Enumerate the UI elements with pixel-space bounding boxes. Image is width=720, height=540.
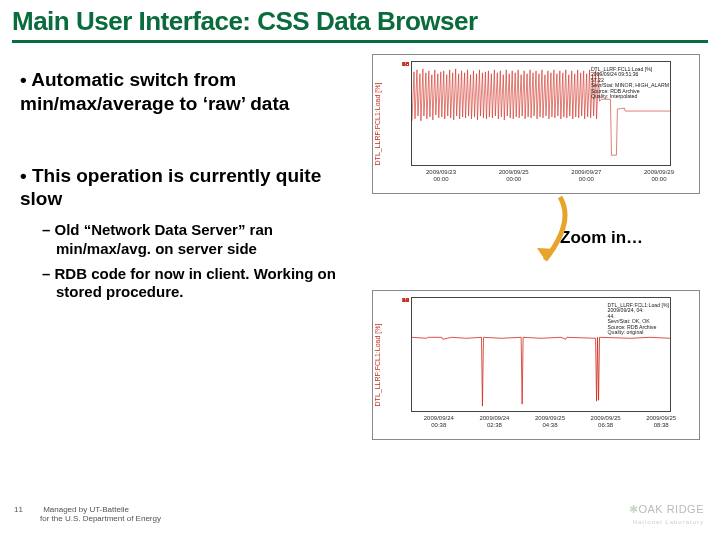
chart-wide-range: DTL_LLRF:FCL1:Load [%] 98 88 78 68 58 48… [372, 54, 700, 194]
chart1-ylabel: DTL_LLRF:FCL1:Load [%] [374, 83, 381, 166]
page-number: 11 [14, 505, 23, 514]
footer-line1: Managed by UT-Battelle [43, 505, 129, 514]
chart2-info: DTL_LLRF:FCL1:Load [%] 2009/09/24, 04: 4… [607, 302, 670, 337]
chart2-plot: DTL_LLRF:FCL1:Load [%] 2009/09/24, 04: 4… [411, 297, 671, 412]
chart1-plot: DTL_LLRF:FCL1:Load [%] 2009/09/24 09:51:… [411, 61, 671, 166]
zoom-arrow-icon [520, 192, 580, 272]
bullet-2-sub-1: – Old “Network Data Server” ran min/max/… [42, 221, 350, 259]
slide-title: Main User Interface: CSS Data Browser [12, 6, 478, 37]
chart1-xticks: 2009/09/2300:00 2009/09/2500:00 2009/09/… [411, 169, 689, 191]
oak-ridge-logo: ✱OAK RIDGE National Laboratory [629, 504, 704, 526]
title-underline [12, 40, 708, 43]
footer-line2: for the U.S. Department of Energy [40, 514, 161, 523]
bullet-2: • This operation is currently quite slow [20, 164, 350, 212]
chart-zoomed: DTL_LLRF:FCL1:Load [%] 59 54 49 44 39 34… [372, 290, 700, 440]
bullet-list: • Automatic switch from min/max/average … [20, 68, 350, 308]
star-icon: ✱ [629, 503, 639, 515]
chart1-info: DTL_LLRF:FCL1:Load [%] 2009/09/24 09:51:… [590, 66, 670, 101]
chart2-xticks: 2009/09/2400:38 2009/09/2402:38 2009/09/… [411, 415, 689, 437]
footer: 11 Managed by UT-Battelle for the U.S. D… [14, 506, 161, 524]
bullet-1: • Automatic switch from min/max/average … [20, 68, 350, 116]
bullet-2-sub-2: – RDB code for now in client. Working on… [42, 265, 350, 303]
chart2-ylabel: DTL_LLRF:FCL1:Load [%] [374, 324, 381, 407]
